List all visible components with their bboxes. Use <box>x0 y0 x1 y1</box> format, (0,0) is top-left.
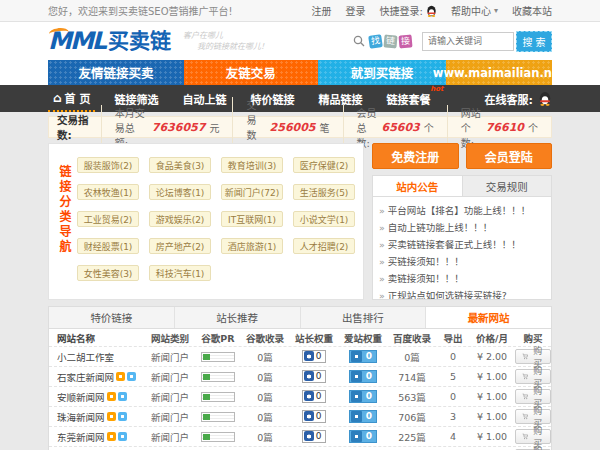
login-link[interactable]: 登录 <box>346 3 366 18</box>
category-recruitment[interactable]: 人才招聘(2) <box>293 238 355 254</box>
search-box: 找 链 接 搜 索 <box>353 31 552 52</box>
nav-item-premium-links[interactable]: 精品链接 <box>313 85 367 112</box>
category-news-portal[interactable]: 新闻门户(72) <box>221 184 283 200</box>
qq-icon[interactable] <box>107 432 116 441</box>
category-clothing[interactable]: 服装服饰(2) <box>77 157 139 173</box>
page: 您好，欢迎来到买卖链SEO营销推广平台! 注册 登录 快捷登录: 帮助中心 <box>0 0 600 450</box>
chinaz-weight-badge[interactable]: 0 <box>302 430 327 443</box>
chinaz-weight-badge[interactable]: 0 <box>302 390 327 403</box>
tab-sales-ranking[interactable]: 出售排行 <box>301 307 427 328</box>
aizhan-weight-badge[interactable]: 0 <box>349 410 377 423</box>
tab-special-links[interactable]: 特价链接 <box>49 307 175 328</box>
category-hotel-travel[interactable]: 酒店旅游(1) <box>221 238 283 254</box>
aizhan-weight-badge[interactable]: 0 <box>349 390 377 403</box>
category-industry-trade[interactable]: 工业贸易(2) <box>77 211 139 227</box>
category-tech-auto[interactable]: 科技汽车(1) <box>149 265 211 281</box>
favorite-link[interactable]: 收藏本站 <box>512 3 552 18</box>
site-name-text: 东莞新闻网 <box>57 430 105 444</box>
help-center-label: 帮助中心 <box>451 3 491 18</box>
nav-item-home[interactable]: ⌂ 首 页 <box>48 85 95 112</box>
register-link[interactable]: 注册 <box>312 3 332 18</box>
aizhan-icon <box>351 431 362 442</box>
link-tag-icon: 链 <box>383 34 397 48</box>
help-center-menu[interactable]: 帮助中心 ▾ <box>451 3 498 18</box>
member-login-button[interactable]: 会员登陆 <box>466 143 553 169</box>
google-pr-bar <box>201 352 235 362</box>
out-links-value: 3 <box>437 411 469 422</box>
free-register-button[interactable]: 免费注册 <box>372 143 459 169</box>
tab-newest-sites[interactable]: 最新网站 <box>426 307 551 328</box>
announcement-item[interactable]: »正规站点如何选链接买链接? <box>379 287 545 300</box>
announcement-text: 卖链接须知！！！ <box>388 273 464 284</box>
buy-button[interactable]: 购买 <box>515 349 551 364</box>
category-life-service[interactable]: 生活服务(5) <box>293 184 355 200</box>
tab-trade-rules[interactable]: 交易规则 <box>463 176 552 196</box>
buy-button[interactable]: 购买 <box>515 409 551 424</box>
category-finance[interactable]: 财经股票(1) <box>77 238 139 254</box>
qq-icon[interactable] <box>118 392 127 401</box>
tab-webmaster-recommend[interactable]: 站长推荐 <box>175 307 301 328</box>
aizhan-icon <box>351 391 362 402</box>
buy-button[interactable]: 购买 <box>515 369 551 384</box>
google-included-value: 0篇 <box>241 390 289 404</box>
announcement-item[interactable]: »自动上链功能上线！！！ <box>379 219 545 236</box>
category-education[interactable]: 教育培训(3) <box>221 157 283 173</box>
category-food[interactable]: 食品美食(3) <box>149 157 211 173</box>
announcement-item[interactable]: »买卖链链接套餐正式上线！！！ <box>379 236 545 253</box>
announcement-item[interactable]: »平台网站【排名】功能上线！！！ <box>379 202 545 219</box>
col-price: 价格/月 <box>469 331 515 345</box>
buy-button[interactable]: 购买 <box>515 429 551 444</box>
site-category: 新闻门户 <box>145 430 195 444</box>
category-games[interactable]: 游戏娱乐(2) <box>149 211 211 227</box>
category-agriculture[interactable]: 农林牧渔(1) <box>77 184 139 200</box>
qq-icon[interactable] <box>107 392 116 401</box>
trade-index-title: 交易指数: <box>57 112 93 142</box>
qq-icon[interactable] <box>118 432 127 441</box>
site-name[interactable]: 珠海新闻网 <box>49 410 145 424</box>
site-category: 新闻门户 <box>145 410 195 424</box>
qq-icon[interactable] <box>127 372 136 381</box>
category-beauty[interactable]: 女性美容(3) <box>77 265 139 281</box>
nav-item-link-packages[interactable]: 链接套餐 hot <box>381 85 435 112</box>
aizhan-weight-badge[interactable]: 0 <box>349 430 377 443</box>
tab-site-notice[interactable]: 站内公告 <box>373 176 463 196</box>
site-name[interactable]: 小二胡工作室 <box>49 350 145 364</box>
category-forum-blog[interactable]: 论坛博客(1) <box>149 184 211 200</box>
nav-item-link-filter[interactable]: 链接筛选 <box>109 85 163 112</box>
nav-item-special-links[interactable]: 特价链接 <box>245 85 299 112</box>
chinaz-weight-badge[interactable]: 0 <box>302 410 327 423</box>
announcement-item[interactable]: »卖链接须知！！！ <box>379 270 545 287</box>
qq-icon[interactable] <box>118 412 127 421</box>
category-real-estate[interactable]: 房产地产(2) <box>149 238 211 254</box>
announcement-item[interactable]: »买链接须知！！！ <box>379 253 545 270</box>
search-input[interactable] <box>422 32 514 51</box>
table-row: 安顺新闻网 新闻门户 0篇 0 0 563篇 0 ¥ 1.00 购买 <box>49 386 551 406</box>
buy-button[interactable]: 购买 <box>515 389 551 404</box>
category-medical[interactable]: 医疗保健(2) <box>293 157 355 173</box>
site-name[interactable]: 石家庄新闻网 <box>49 370 145 384</box>
jie-tag-icon: 接 <box>398 34 412 48</box>
google-included-value: 0篇 <box>241 370 289 384</box>
qq-icon[interactable] <box>116 372 125 381</box>
site-category: 新闻门户 <box>145 390 195 404</box>
notice-box: 站内公告 交易规则 »平台网站【排名】功能上线！！！ »自动上链功能上线！！！ … <box>372 175 552 300</box>
search-button[interactable]: 搜 索 <box>516 31 552 52</box>
nav-item-auto-link[interactable]: 自动上链 <box>177 85 231 112</box>
arrow-icon: » <box>379 239 385 250</box>
price-value: ¥ 1.00 <box>469 391 515 402</box>
col-chinaz-weight: 站长权重 <box>289 331 339 345</box>
qq-icon[interactable] <box>107 412 116 421</box>
site-name[interactable]: 东莞新闻网 <box>49 430 145 444</box>
chinaz-weight-badge[interactable]: 0 <box>302 350 327 363</box>
aizhan-weight-badge[interactable]: 0 <box>349 350 377 363</box>
category-it-internet[interactable]: IT互联网(1) <box>221 211 283 227</box>
site-name[interactable]: 安顺新闻网 <box>49 390 145 404</box>
aizhan-weight-badge[interactable]: 0 <box>349 370 377 383</box>
category-novel[interactable]: 小说文学(1) <box>293 211 355 227</box>
stat-value: 256005 <box>270 121 316 134</box>
chinaz-weight-badge[interactable]: 0 <box>302 370 327 383</box>
qq-icon[interactable] <box>426 5 437 17</box>
site-logo[interactable]: MML 买卖链 <box>48 29 171 53</box>
out-links-value: 5 <box>437 371 469 382</box>
table-row: 珠海新闻网 新闻门户 0篇 0 0 706篇 3 ¥ 1.00 购买 <box>49 406 551 426</box>
